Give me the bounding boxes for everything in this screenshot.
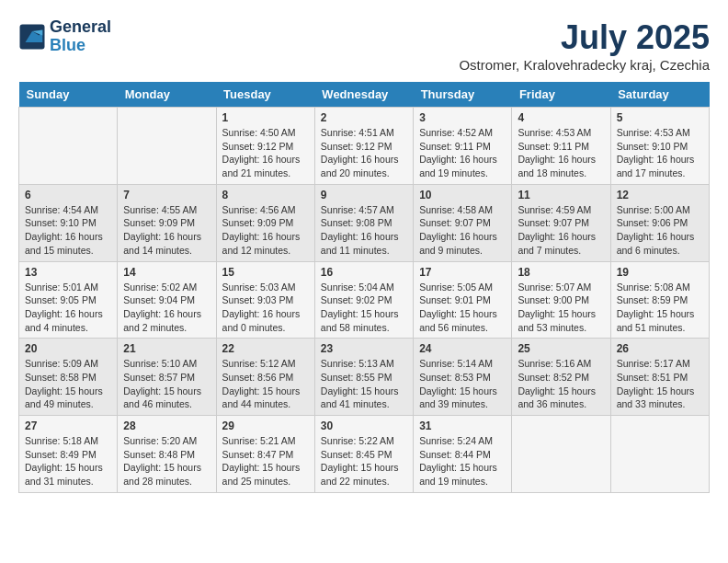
calendar-cell: 20Sunrise: 5:09 AM Sunset: 8:58 PM Dayli… [19, 339, 118, 416]
calendar-week-5: 27Sunrise: 5:18 AM Sunset: 8:49 PM Dayli… [19, 416, 710, 493]
calendar-week-1: 1Sunrise: 4:50 AM Sunset: 9:12 PM Daylig… [19, 108, 710, 185]
calendar-cell [512, 416, 610, 493]
day-number: 2 [321, 111, 407, 124]
day-detail: Sunrise: 5:01 AM Sunset: 9:05 PM Dayligh… [25, 281, 111, 335]
calendar-cell: 2Sunrise: 4:51 AM Sunset: 9:12 PM Daylig… [314, 108, 413, 185]
calendar-body: 1Sunrise: 4:50 AM Sunset: 9:12 PM Daylig… [19, 108, 710, 493]
title-block: July 2025 Ostromer, Kralovehradecky kraj… [459, 18, 710, 73]
logo-line2: Blue [50, 36, 85, 54]
calendar-cell: 8Sunrise: 4:56 AM Sunset: 9:09 PM Daylig… [216, 184, 314, 261]
calendar-cell: 16Sunrise: 5:04 AM Sunset: 9:02 PM Dayli… [314, 261, 413, 339]
calendar-cell: 25Sunrise: 5:16 AM Sunset: 8:52 PM Dayli… [512, 339, 610, 416]
calendar-cell: 21Sunrise: 5:10 AM Sunset: 8:57 PM Dayli… [118, 339, 216, 416]
day-number: 5 [617, 111, 703, 124]
calendar-table: SundayMondayTuesdayWednesdayThursdayFrid… [18, 82, 710, 493]
weekday-header-thursday: Thursday [414, 82, 512, 108]
day-number: 10 [419, 189, 506, 201]
weekday-header-row: SundayMondayTuesdayWednesdayThursdayFrid… [19, 82, 710, 108]
logo-icon [18, 23, 46, 51]
day-detail: Sunrise: 4:53 AM Sunset: 9:10 PM Dayligh… [617, 126, 703, 180]
calendar-cell: 5Sunrise: 4:53 AM Sunset: 9:10 PM Daylig… [610, 108, 709, 185]
calendar-week-3: 13Sunrise: 5:01 AM Sunset: 9:05 PM Dayli… [19, 261, 710, 339]
day-number: 31 [419, 419, 506, 432]
day-number: 28 [123, 419, 210, 432]
day-detail: Sunrise: 5:21 AM Sunset: 8:47 PM Dayligh… [222, 434, 309, 488]
day-detail: Sunrise: 4:53 AM Sunset: 9:11 PM Dayligh… [518, 126, 604, 180]
day-detail: Sunrise: 5:20 AM Sunset: 8:48 PM Dayligh… [123, 434, 210, 488]
day-number: 23 [321, 342, 407, 355]
calendar-cell: 6Sunrise: 4:54 AM Sunset: 9:10 PM Daylig… [19, 184, 118, 261]
calendar-cell: 26Sunrise: 5:17 AM Sunset: 8:51 PM Dayli… [610, 339, 709, 416]
weekday-header-sunday: Sunday [19, 82, 118, 108]
day-number: 15 [222, 266, 309, 279]
location: Ostromer, Kralovehradecky kraj, Czechia [459, 57, 710, 73]
calendar-cell: 9Sunrise: 4:57 AM Sunset: 9:08 PM Daylig… [314, 184, 413, 261]
calendar-week-4: 20Sunrise: 5:09 AM Sunset: 8:58 PM Dayli… [19, 339, 710, 416]
day-number: 8 [222, 189, 309, 201]
calendar-cell: 7Sunrise: 4:55 AM Sunset: 9:09 PM Daylig… [118, 184, 216, 261]
calendar-cell: 31Sunrise: 5:24 AM Sunset: 8:44 PM Dayli… [414, 416, 512, 493]
day-detail: Sunrise: 5:00 AM Sunset: 9:06 PM Dayligh… [617, 203, 703, 258]
day-detail: Sunrise: 5:14 AM Sunset: 8:53 PM Dayligh… [419, 357, 506, 411]
day-number: 3 [419, 111, 506, 124]
day-detail: Sunrise: 4:51 AM Sunset: 9:12 PM Dayligh… [321, 126, 407, 180]
logo-text: General Blue [50, 18, 111, 55]
weekday-header-tuesday: Tuesday [216, 82, 314, 108]
day-detail: Sunrise: 5:22 AM Sunset: 8:45 PM Dayligh… [321, 434, 407, 488]
day-detail: Sunrise: 5:04 AM Sunset: 9:02 PM Dayligh… [321, 281, 407, 335]
day-number: 14 [123, 266, 210, 279]
day-number: 18 [518, 266, 604, 279]
calendar-cell: 22Sunrise: 5:12 AM Sunset: 8:56 PM Dayli… [216, 339, 314, 416]
day-detail: Sunrise: 4:50 AM Sunset: 9:12 PM Dayligh… [222, 126, 309, 180]
calendar-cell: 11Sunrise: 4:59 AM Sunset: 9:07 PM Dayli… [512, 184, 610, 261]
calendar-cell [610, 416, 709, 493]
day-number: 25 [518, 342, 604, 355]
weekday-header-wednesday: Wednesday [314, 82, 413, 108]
day-number: 12 [617, 189, 703, 201]
day-number: 19 [617, 266, 703, 279]
month-title: July 2025 [459, 18, 710, 57]
weekday-header-monday: Monday [118, 82, 216, 108]
day-number: 21 [123, 342, 210, 355]
day-detail: Sunrise: 4:59 AM Sunset: 9:07 PM Dayligh… [518, 203, 604, 258]
day-detail: Sunrise: 5:17 AM Sunset: 8:51 PM Dayligh… [617, 357, 703, 411]
day-detail: Sunrise: 5:18 AM Sunset: 8:49 PM Dayligh… [25, 434, 111, 488]
calendar-cell: 27Sunrise: 5:18 AM Sunset: 8:49 PM Dayli… [19, 416, 118, 493]
day-detail: Sunrise: 4:57 AM Sunset: 9:08 PM Dayligh… [321, 203, 407, 258]
day-detail: Sunrise: 5:08 AM Sunset: 8:59 PM Dayligh… [617, 281, 703, 335]
day-detail: Sunrise: 4:55 AM Sunset: 9:09 PM Dayligh… [123, 203, 210, 258]
calendar-header: SundayMondayTuesdayWednesdayThursdayFrid… [19, 82, 710, 108]
day-number: 20 [25, 342, 111, 355]
calendar-cell: 12Sunrise: 5:00 AM Sunset: 9:06 PM Dayli… [610, 184, 709, 261]
calendar-cell: 23Sunrise: 5:13 AM Sunset: 8:55 PM Dayli… [314, 339, 413, 416]
calendar-cell: 24Sunrise: 5:14 AM Sunset: 8:53 PM Dayli… [414, 339, 512, 416]
calendar-cell: 18Sunrise: 5:07 AM Sunset: 9:00 PM Dayli… [512, 261, 610, 339]
day-detail: Sunrise: 5:12 AM Sunset: 8:56 PM Dayligh… [222, 357, 309, 411]
calendar-cell: 13Sunrise: 5:01 AM Sunset: 9:05 PM Dayli… [19, 261, 118, 339]
day-detail: Sunrise: 4:58 AM Sunset: 9:07 PM Dayligh… [419, 203, 506, 258]
calendar-cell: 30Sunrise: 5:22 AM Sunset: 8:45 PM Dayli… [314, 416, 413, 493]
logo: General Blue [18, 18, 111, 55]
calendar-cell: 14Sunrise: 5:02 AM Sunset: 9:04 PM Dayli… [118, 261, 216, 339]
calendar-cell: 4Sunrise: 4:53 AM Sunset: 9:11 PM Daylig… [512, 108, 610, 185]
page-header: General Blue July 2025 Ostromer, Kralove… [18, 18, 710, 73]
day-number: 30 [321, 419, 407, 432]
calendar-cell: 1Sunrise: 4:50 AM Sunset: 9:12 PM Daylig… [216, 108, 314, 185]
day-number: 26 [617, 342, 703, 355]
day-number: 24 [419, 342, 506, 355]
weekday-header-saturday: Saturday [610, 82, 709, 108]
day-detail: Sunrise: 5:05 AM Sunset: 9:01 PM Dayligh… [419, 281, 506, 335]
calendar-cell: 17Sunrise: 5:05 AM Sunset: 9:01 PM Dayli… [414, 261, 512, 339]
day-number: 22 [222, 342, 309, 355]
day-number: 11 [518, 189, 604, 201]
day-detail: Sunrise: 5:03 AM Sunset: 9:03 PM Dayligh… [222, 281, 309, 335]
day-detail: Sunrise: 4:52 AM Sunset: 9:11 PM Dayligh… [419, 126, 506, 180]
calendar-cell: 28Sunrise: 5:20 AM Sunset: 8:48 PM Dayli… [118, 416, 216, 493]
day-number: 27 [25, 419, 111, 432]
day-number: 9 [321, 189, 407, 201]
day-number: 17 [419, 266, 506, 279]
day-number: 16 [321, 266, 407, 279]
day-detail: Sunrise: 5:24 AM Sunset: 8:44 PM Dayligh… [419, 434, 506, 488]
calendar-cell: 3Sunrise: 4:52 AM Sunset: 9:11 PM Daylig… [414, 108, 512, 185]
calendar-cell: 29Sunrise: 5:21 AM Sunset: 8:47 PM Dayli… [216, 416, 314, 493]
